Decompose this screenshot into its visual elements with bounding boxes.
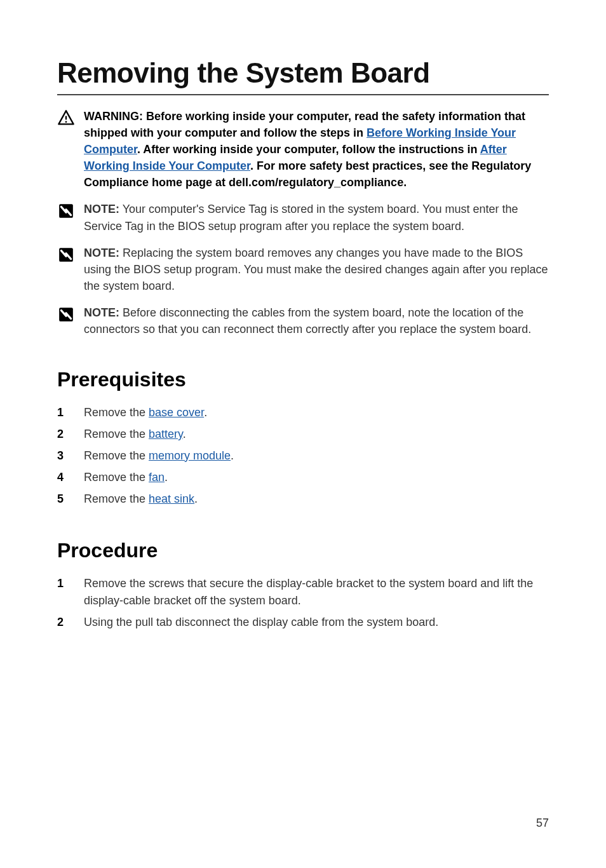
- list-item: 4 Remove the fan.: [57, 469, 549, 487]
- page-number: 57: [536, 817, 549, 830]
- note-icon: [57, 306, 75, 323]
- note-icon: [57, 246, 75, 264]
- link-base-cover[interactable]: base cover: [149, 406, 204, 419]
- item-text: Remove the battery.: [84, 426, 186, 444]
- item-number: 3: [57, 447, 65, 465]
- note-body-1: Your computer's Service Tag is stored in…: [84, 203, 518, 232]
- item-number: 1: [57, 404, 65, 422]
- warning-text: WARNING: Before working inside your comp…: [84, 108, 549, 191]
- note-block-3: NOTE: Before disconnecting the cables fr…: [57, 304, 549, 337]
- warning-prefix: WARNING:: [84, 110, 143, 123]
- item-text: Remove the fan.: [84, 469, 168, 487]
- item-number: 2: [57, 426, 65, 444]
- item-number: 5: [57, 491, 65, 508]
- svg-point-1: [65, 121, 67, 123]
- manual-page: Removing the System Board WARNING: Befor…: [0, 0, 606, 868]
- list-item: 1 Remove the screws that secure the disp…: [57, 575, 549, 611]
- list-item: 2 Remove the battery.: [57, 426, 549, 444]
- note-block-2: NOTE: Replacing the system board removes…: [57, 245, 549, 294]
- title-underline: [57, 94, 549, 95]
- note-body-3: Before disconnecting the cables from the…: [84, 306, 531, 336]
- warning-icon: [57, 109, 75, 127]
- item-text: Remove the base cover.: [84, 404, 207, 422]
- link-heat-sink[interactable]: heat sink: [149, 492, 194, 505]
- item-number: 2: [57, 614, 65, 632]
- page-title: Removing the System Board: [57, 57, 549, 89]
- item-number: 4: [57, 469, 65, 487]
- link-fan[interactable]: fan: [149, 471, 165, 484]
- procedure-list: 1 Remove the screws that secure the disp…: [57, 575, 549, 632]
- note-text-2: NOTE: Replacing the system board removes…: [84, 245, 549, 294]
- note-icon: [57, 202, 75, 220]
- note-text-1: NOTE: Your computer's Service Tag is sto…: [84, 201, 549, 234]
- procedure-heading: Procedure: [57, 539, 549, 562]
- link-memory-module[interactable]: memory module: [149, 449, 231, 462]
- item-text: Using the pull tab disconnect the displa…: [84, 614, 438, 632]
- list-item: 1 Remove the base cover.: [57, 404, 549, 422]
- note-prefix-3: NOTE:: [84, 306, 119, 319]
- warning-block: WARNING: Before working inside your comp…: [57, 108, 549, 191]
- prerequisites-list: 1 Remove the base cover. 2 Remove the ba…: [57, 404, 549, 508]
- list-item: 2 Using the pull tab disconnect the disp…: [57, 614, 549, 632]
- list-item: 3 Remove the memory module.: [57, 447, 549, 465]
- item-text: Remove the heat sink.: [84, 491, 198, 508]
- item-number: 1: [57, 575, 65, 593]
- item-text: Remove the screws that secure the displa…: [84, 575, 549, 611]
- list-item: 5 Remove the heat sink.: [57, 491, 549, 508]
- note-text-3: NOTE: Before disconnecting the cables fr…: [84, 304, 549, 337]
- note-block-1: NOTE: Your computer's Service Tag is sto…: [57, 201, 549, 234]
- link-battery[interactable]: battery: [149, 428, 183, 440]
- warning-part2: . After working inside your computer, fo…: [137, 143, 480, 156]
- prerequisites-heading: Prerequisites: [57, 368, 549, 391]
- note-body-2: Replacing the system board removes any c…: [84, 247, 548, 292]
- note-prefix-2: NOTE:: [84, 247, 119, 259]
- note-prefix-1: NOTE:: [84, 203, 119, 215]
- item-text: Remove the memory module.: [84, 447, 234, 465]
